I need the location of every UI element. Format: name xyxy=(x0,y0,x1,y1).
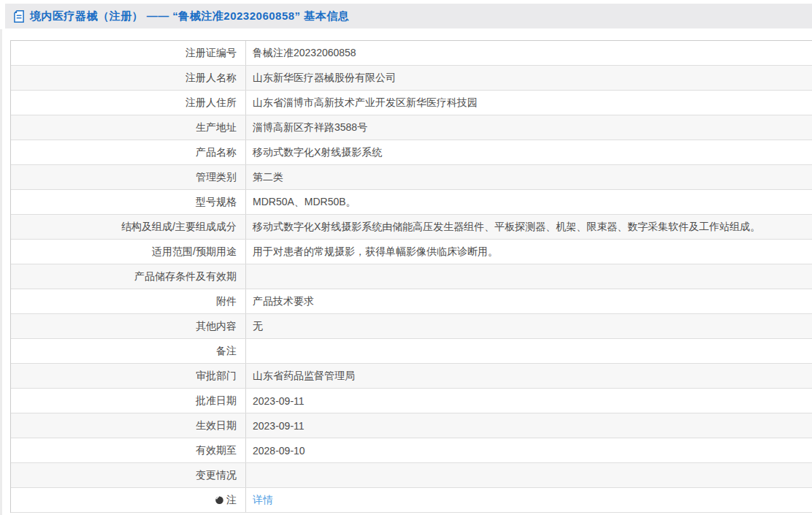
row-value: 山东省淄博市高新技术产业开发区新华医疗科技园 xyxy=(246,91,812,115)
row-value: 2023-09-11 xyxy=(246,413,812,438)
row-label: 型号规格 xyxy=(11,190,246,214)
detail-link[interactable]: 详情 xyxy=(253,494,273,507)
row-value: 山东新华医疗器械股份有限公司 xyxy=(246,66,812,90)
row-label: 有效期至 xyxy=(11,438,246,462)
row-value xyxy=(246,339,812,363)
table-row: 备注 xyxy=(11,339,812,364)
table-row: 适用范围/预期用途用于对患者的常规摄影，获得单幅影像供临床诊断用。 xyxy=(11,240,812,264)
table-row: 附件产品技术要求 xyxy=(11,289,812,314)
table-row: 生效日期2023-09-11 xyxy=(11,413,812,438)
header-bar: 境内医疗器械（注册） —— “鲁械注准20232060858” 基本信息 xyxy=(5,4,812,28)
table-row: 审批部门山东省药品监督管理局 xyxy=(11,364,812,389)
info-table: 注册证编号鲁械注准20232060858注册人名称山东新华医疗器械股份有限公司注… xyxy=(10,40,812,513)
row-label: 注 xyxy=(11,488,246,512)
row-label: 适用范围/预期用途 xyxy=(11,240,246,264)
row-value: 用于对患者的常规摄影，获得单幅影像供临床诊断用。 xyxy=(246,240,812,264)
row-label: 审批部门 xyxy=(11,364,246,388)
row-value: 第二类 xyxy=(246,165,812,189)
row-label: 生产地址 xyxy=(11,115,246,140)
row-value: 2028-09-10 xyxy=(246,438,812,462)
table-row: 注详情 xyxy=(11,488,812,513)
table-row: 生产地址淄博高新区齐祥路3588号 xyxy=(11,115,812,140)
row-label: 变更情况 xyxy=(11,463,246,487)
table-row: 其他内容无 xyxy=(11,314,812,339)
row-value: MDR50A、MDR50B。 xyxy=(246,190,812,214)
row-value: 移动式数字化X射线摄影系统由储能高压发生器组件、平板探测器、机架、限束器、数字采… xyxy=(246,215,812,239)
table-row: 管理类别第二类 xyxy=(11,165,812,190)
table-row: 变更情况 xyxy=(11,463,812,488)
row-label: 产品储存条件及有效期 xyxy=(11,264,246,289)
row-label: 生效日期 xyxy=(11,413,246,438)
table-row: 注册证编号鲁械注准20232060858 xyxy=(11,41,812,66)
table-row: 批准日期2023-09-11 xyxy=(11,389,812,413)
table-row: 产品名称移动式数字化X射线摄影系统 xyxy=(11,140,812,165)
table-row: 注册人住所山东省淄博市高新技术产业开发区新华医疗科技园 xyxy=(11,91,812,115)
row-label: 注册人名称 xyxy=(11,66,246,90)
row-label: 注册人住所 xyxy=(11,91,246,115)
row-value: 山东省药品监督管理局 xyxy=(246,364,812,388)
row-value: 鲁械注准20232060858 xyxy=(246,41,812,65)
table-row: 产品储存条件及有效期 xyxy=(11,264,812,289)
row-label: 批准日期 xyxy=(11,389,246,413)
row-label: 产品名称 xyxy=(11,140,246,164)
row-value: 无 xyxy=(246,314,812,338)
row-label: 管理类别 xyxy=(11,165,246,189)
row-label: 结构及组成/主要组成成分 xyxy=(11,215,246,239)
table-row: 型号规格MDR50A、MDR50B。 xyxy=(11,190,812,215)
table-row: 有效期至2028-09-10 xyxy=(11,438,812,463)
balloon-icon xyxy=(215,495,224,505)
row-value: 详情 xyxy=(246,488,812,512)
page-title: 境内医疗器械（注册） —— “鲁械注准20232060858” 基本信息 xyxy=(30,9,349,23)
row-value: 产品技术要求 xyxy=(246,289,812,313)
row-value xyxy=(246,264,812,289)
row-label: 附件 xyxy=(11,289,246,313)
table-row: 注册人名称山东新华医疗器械股份有限公司 xyxy=(11,66,812,91)
row-label: 注册证编号 xyxy=(11,41,246,65)
row-label: 备注 xyxy=(11,339,246,363)
row-value xyxy=(246,463,812,487)
row-label: 其他内容 xyxy=(11,314,246,338)
row-value: 2023-09-11 xyxy=(246,389,812,413)
document-icon xyxy=(13,10,25,23)
page-left-edge xyxy=(0,29,2,515)
table-row: 结构及组成/主要组成成分移动式数字化X射线摄影系统由储能高压发生器组件、平板探测… xyxy=(11,215,812,240)
row-value: 淄博高新区齐祥路3588号 xyxy=(246,115,812,140)
row-value: 移动式数字化X射线摄影系统 xyxy=(246,140,812,164)
